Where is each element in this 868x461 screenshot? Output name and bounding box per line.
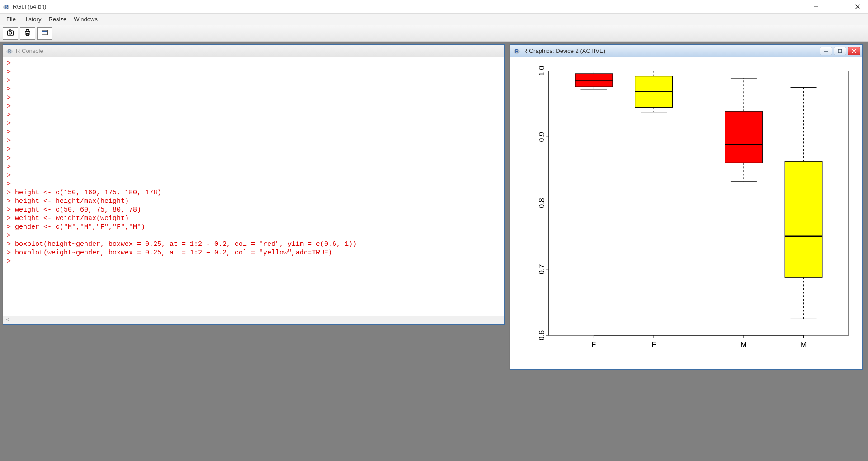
boxplot-chart: 0.60.70.80.91.0FFMM <box>510 57 862 369</box>
app-title: RGui (64-bit) <box>13 3 46 10</box>
svg-rect-55 <box>785 161 822 277</box>
window-icon <box>41 28 49 38</box>
menu-file[interactable]: File <box>4 15 19 24</box>
svg-rect-18 <box>838 49 842 53</box>
r-logo-icon: R <box>6 47 13 55</box>
plot-area: 0.60.70.80.91.0FFMM <box>510 57 862 369</box>
close-button[interactable] <box>847 0 868 14</box>
menu-history[interactable]: History <box>20 15 44 24</box>
mdi-area: R R Console > > > > > > > > > > > > > > … <box>0 42 868 461</box>
svg-rect-3 <box>835 5 839 9</box>
console-body[interactable]: > > > > > > > > > > > > > > > > height <… <box>3 57 504 316</box>
console-title: R Console <box>16 47 43 54</box>
x-tick-label: F <box>651 341 656 348</box>
graphics-window-controls <box>820 47 860 55</box>
x-tick-label: F <box>592 341 596 348</box>
console-window[interactable]: R R Console > > > > > > > > > > > > > > … <box>3 44 505 325</box>
x-tick-label: M <box>741 341 746 348</box>
svg-text:R: R <box>8 49 11 54</box>
minimize-button[interactable] <box>806 0 826 14</box>
svg-point-7 <box>9 32 12 34</box>
text-cursor <box>16 259 16 265</box>
y-tick-label: 0.9 <box>538 132 546 142</box>
y-tick-label: 0.8 <box>538 198 546 208</box>
menu-windows[interactable]: Windows <box>71 15 100 24</box>
svg-rect-9 <box>26 29 29 32</box>
svg-rect-49 <box>725 111 763 163</box>
main-window: R RGui (64-bit) FileHistoryResizeWindows… <box>0 0 868 461</box>
svg-text:R: R <box>5 5 8 9</box>
graphics-minimize-button[interactable] <box>820 47 832 55</box>
x-tick-label: M <box>801 341 807 348</box>
graphics-close-button[interactable] <box>848 47 860 55</box>
maximize-button[interactable] <box>826 0 847 14</box>
r-logo-icon: R <box>3 3 10 10</box>
graphics-titlebar[interactable]: R R Graphics: Device 2 (ACTIVE) <box>510 45 862 57</box>
menubar: FileHistoryResizeWindows <box>0 14 868 25</box>
graphics-title: R Graphics: Device 2 (ACTIVE) <box>523 47 605 54</box>
titlebar: R RGui (64-bit) <box>0 0 868 14</box>
svg-text:R: R <box>515 49 519 54</box>
toolbar <box>0 25 868 42</box>
y-tick-label: 0.7 <box>538 264 546 274</box>
graphics-window[interactable]: R R Graphics: Device 2 (ACTIVE) 0.60.7 <box>510 44 863 370</box>
console-status: < <box>3 316 504 324</box>
y-tick-label: 1.0 <box>538 66 546 76</box>
graphics-maximize-button[interactable] <box>834 47 846 55</box>
printer-button[interactable] <box>20 27 35 40</box>
camera-icon <box>6 28 14 38</box>
printer-icon <box>24 28 32 38</box>
console-titlebar[interactable]: R R Console <box>3 45 504 57</box>
camera-button[interactable] <box>3 27 18 40</box>
window-button[interactable] <box>37 27 52 40</box>
menu-resize[interactable]: Resize <box>46 15 69 24</box>
window-controls <box>806 0 868 14</box>
svg-rect-11 <box>42 30 47 35</box>
y-tick-label: 0.6 <box>538 330 546 340</box>
r-logo-icon: R <box>513 47 520 55</box>
